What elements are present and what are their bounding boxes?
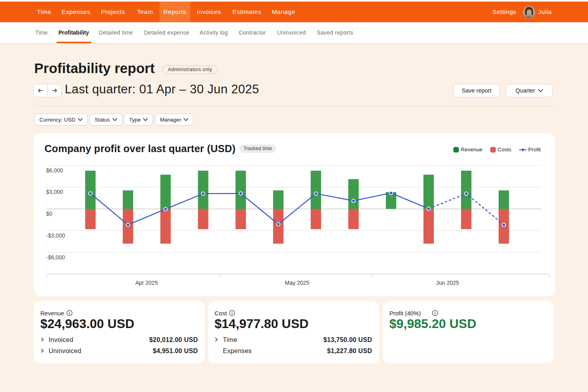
svg-text:-$6,000: -$6,000 bbox=[46, 254, 65, 260]
svg-text:$6,000: $6,000 bbox=[46, 167, 63, 173]
svg-text:Apr 2025: Apr 2025 bbox=[135, 280, 158, 286]
svg-text:$0: $0 bbox=[46, 210, 52, 217]
svg-text:Jun 2025: Jun 2025 bbox=[436, 280, 459, 286]
svg-text:$3,000: $3,000 bbox=[46, 189, 63, 195]
svg-text:-$3,000: -$3,000 bbox=[46, 232, 65, 238]
svg-text:May 2025: May 2025 bbox=[285, 280, 309, 286]
